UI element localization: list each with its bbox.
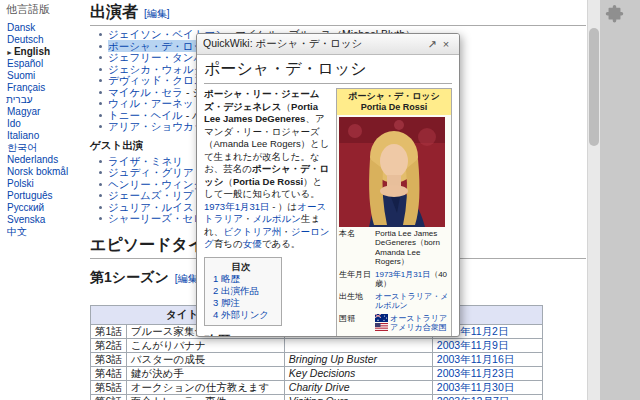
quickwiki-header-title: QuickWiki: ポーシャ・デ・ロッシ <box>203 37 425 51</box>
episode-title-original: Bringing Up Buster <box>284 352 432 366</box>
episode-number: 第1話 <box>91 324 127 338</box>
episode-title-jp: こんがりバナナ <box>126 338 284 352</box>
episode-row: 第2話 こんがりバナナ 2003年11月9日 <box>91 338 543 352</box>
language-link[interactable]: Português <box>6 190 86 202</box>
language-link[interactable]: עברית <box>6 94 86 106</box>
language-link[interactable]: ►English <box>6 46 86 58</box>
cast-section-heading: 出演者[編集] <box>90 2 586 26</box>
actor-link[interactable]: ライザ・ミネリ <box>108 155 183 167</box>
language-link[interactable]: Norsk bokmål <box>6 166 86 178</box>
language-label: Polski <box>7 178 34 189</box>
actor-link[interactable]: ジュディ・グリア <box>108 166 194 178</box>
toc-entry-link[interactable]: 4 外部リンク <box>213 309 269 321</box>
infobox-label: 本名 <box>337 227 373 268</box>
toc-entry-link[interactable]: 2 出演作品 <box>213 285 269 297</box>
open-in-new-icon[interactable]: ↗ <box>425 38 439 51</box>
episode-title-original: Key Decisions <box>284 366 432 380</box>
episode-airdate-link[interactable]: 2003年11月9日 <box>432 338 542 352</box>
close-icon[interactable]: × <box>439 38 453 50</box>
occupation-link[interactable]: 女優 <box>373 334 451 336</box>
biography-heading-text: 略歴 <box>204 333 230 337</box>
toc-entry-link[interactable]: 3 脚注 <box>213 297 269 309</box>
episode-airdate-link[interactable]: 2003年11月30日 <box>432 380 542 394</box>
language-label: Deutsch <box>7 34 44 45</box>
language-label: Русский <box>7 202 44 213</box>
browser-chrome-area <box>587 0 640 400</box>
infobox-title-ja: ポーシャ・デ・ロッシ <box>338 91 450 102</box>
nationality-link[interactable]: オーストラリア <box>390 314 447 323</box>
episode-title-original: Charity Drive <box>284 380 432 394</box>
edit-link[interactable]: [編集] <box>236 336 262 337</box>
language-link[interactable]: Deutsch <box>6 34 86 46</box>
language-link[interactable]: Svenska <box>6 214 86 226</box>
toc-entry-link[interactable]: 1 略歴 <box>213 273 269 285</box>
actor-link[interactable]: デヴィッド・クロス <box>108 74 204 86</box>
toc-box: 目次 1 略歴 2 出演作品 3 脚注 4 外部リンク <box>204 257 282 326</box>
toc-title: 目次 <box>213 261 269 273</box>
page-scrollbar[interactable] <box>587 0 600 400</box>
infobox-label: 職業 <box>337 334 373 336</box>
language-label: Suomi <box>7 70 35 81</box>
other-languages-heading: 他言語版 <box>6 2 86 17</box>
language-link[interactable]: Français <box>6 82 86 94</box>
browser-screenshot: 他言語版 Dansk Deutsch ►English Español Suom… <box>0 0 640 400</box>
language-label: Svenska <box>7 214 45 225</box>
actor-link[interactable]: ウィル・アーネット <box>108 97 204 109</box>
infobox-title-en: Portia De Rossi <box>338 102 450 113</box>
language-label: Ido <box>7 118 21 129</box>
infobox-row-birthplace: 出生地 オーストラリア・メルボルン <box>337 290 451 312</box>
episode-number: 第5話 <box>91 380 127 394</box>
language-label: English <box>14 46 50 57</box>
episode-number: 第3話 <box>91 352 127 366</box>
nationality-link[interactable]: アメリカ合衆国 <box>390 323 447 332</box>
toc-items: 1 略歴 2 出演作品 3 脚注 4 外部リンク <box>213 273 269 321</box>
episode-row: 第6話 面会トレーラー事件 Visiting Ours 2003年12月7日 <box>91 394 543 400</box>
episode-title-jp: バスターの成長 <box>126 352 284 366</box>
birthplace-link[interactable]: オーストラリア・メルボルン <box>373 290 451 312</box>
language-link[interactable]: 한국어 <box>6 142 86 154</box>
scrollbar-thumb[interactable] <box>589 28 599 146</box>
language-label: Magyar <box>7 106 40 117</box>
cast-heading-text: 出演者 <box>90 3 138 20</box>
language-sidebar: 他言語版 Dansk Deutsch ►English Español Suom… <box>6 2 86 238</box>
language-link[interactable]: Русский <box>6 202 86 214</box>
episode-number: 第2話 <box>91 338 127 352</box>
language-link[interactable]: Magyar <box>6 106 86 118</box>
actor-link[interactable]: トニー・ヘイル <box>108 109 183 121</box>
episode-row: 第3話 バスターの成長 Bringing Up Buster 2003年11月1… <box>91 352 543 366</box>
episode-title-jp: 鍵が決め手 <box>126 366 284 380</box>
popup-article-title: ポーシャ・デ・ロッシ <box>204 59 452 84</box>
language-link[interactable]: Español <box>6 58 86 70</box>
infobox-row-name: 本名 Portia Lee James DeGeneres（born Amand… <box>337 227 451 268</box>
edit-link[interactable]: [編集] <box>144 8 170 19</box>
episode-row: 第5話 オークションの仕方教えます Charity Drive 2003年11月… <box>91 380 543 394</box>
language-label: Norsk bokmål <box>7 166 68 177</box>
language-label: Italiano <box>7 130 39 141</box>
language-link[interactable]: Italiano <box>6 130 86 142</box>
quickwiki-header[interactable]: QuickWiki: ポーシャ・デ・ロッシ ↗ × <box>197 34 459 55</box>
infobox-label: 生年月日 <box>337 268 373 290</box>
infobox-table: 本名 Portia Lee James DeGeneres（born Amand… <box>337 227 451 336</box>
episode-title-jp: オークションの仕方教えます <box>126 380 284 394</box>
language-link[interactable]: Polski <box>6 178 86 190</box>
language-link[interactable]: Suomi <box>6 70 86 82</box>
infobox-value-birth: 1973年1月31日（40歳） <box>373 268 451 290</box>
current-language-arrow-icon: ► <box>6 49 13 56</box>
portrait-photo <box>337 115 451 227</box>
language-link[interactable]: Ido <box>6 118 86 130</box>
episode-number: 第4話 <box>91 366 127 380</box>
birthdate-link[interactable]: 1973年1月31日 <box>375 270 430 279</box>
actor-link[interactable]: マイケル・セラ <box>108 86 183 98</box>
language-link[interactable]: 中文 <box>6 226 86 238</box>
language-label: 中文 <box>7 226 27 237</box>
episode-airdate-link[interactable]: 2003年12月7日 <box>432 394 542 400</box>
extension-puzzle-icon[interactable] <box>604 4 625 25</box>
episode-airdate-link[interactable]: 2003年11月16日 <box>432 352 542 366</box>
language-label: Dansk <box>7 22 35 33</box>
episode-airdate-link[interactable]: 2003年11月23日 <box>432 366 542 380</box>
infobox-row-nationality: 国籍 オーストラリア アメリカ合衆国 <box>337 312 451 334</box>
usa-flag-icon <box>375 323 388 331</box>
infobox-row-birth: 生年月日 1973年1月31日（40歳） <box>337 268 451 290</box>
language-link[interactable]: Nederlands <box>6 154 86 166</box>
language-link[interactable]: Dansk <box>6 22 86 34</box>
